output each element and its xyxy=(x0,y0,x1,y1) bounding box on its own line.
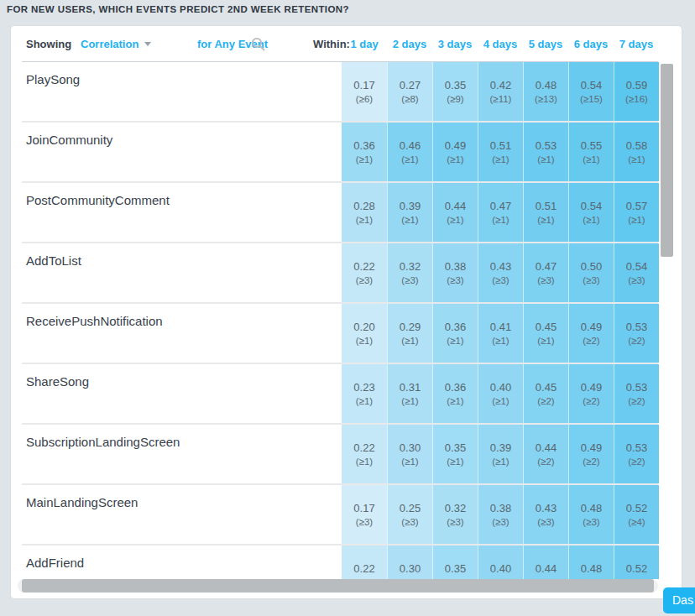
cell-threshold: (≥1) xyxy=(492,334,509,347)
metric-dropdown[interactable]: Correlation xyxy=(81,26,151,61)
cell-value: 0.27 xyxy=(400,78,421,92)
correlation-cell[interactable]: 0.45(≥1) xyxy=(523,304,568,363)
correlation-cell[interactable]: 0.36(≥1) xyxy=(432,304,478,363)
correlation-cell[interactable]: 0.43(≥3) xyxy=(478,243,523,302)
column-header-2-day[interactable]: 2 days xyxy=(387,26,432,61)
correlation-cell[interactable]: 0.54(≥15) xyxy=(568,62,614,121)
correlation-cell[interactable]: 0.39(≥1) xyxy=(478,425,523,483)
correlation-cell[interactable]: 0.17(≥6) xyxy=(342,62,387,121)
correlation-cell[interactable]: 0.27(≥8) xyxy=(387,62,432,121)
correlation-cell[interactable]: 0.53(≥2) xyxy=(614,304,659,363)
correlation-cell[interactable]: 0.48 xyxy=(568,546,614,579)
horizontal-scrollbar-thumb[interactable] xyxy=(22,579,654,593)
correlation-cell[interactable]: 0.17(≥3) xyxy=(342,485,387,544)
cell-value: 0.53 xyxy=(626,441,647,455)
correlation-cell[interactable]: 0.43(≥3) xyxy=(523,485,568,544)
correlation-cell[interactable]: 0.39(≥1) xyxy=(387,183,432,242)
correlation-cell[interactable]: 0.44 xyxy=(523,546,568,579)
correlation-cell[interactable]: 0.22(≥1) xyxy=(342,425,387,483)
cell-threshold: (≥3) xyxy=(401,274,418,287)
correlation-cell[interactable]: 0.42(≥11) xyxy=(478,62,523,121)
correlation-cell[interactable]: 0.23(≥1) xyxy=(342,364,387,423)
correlation-cell[interactable]: 0.53(≥2) xyxy=(614,364,659,423)
correlation-cell[interactable]: 0.53(≥1) xyxy=(523,123,568,181)
cell-value: 0.22 xyxy=(353,561,374,576)
correlation-cell[interactable]: 0.30 xyxy=(387,546,432,579)
correlation-cell[interactable]: 0.49(≥1) xyxy=(432,123,478,181)
cell-threshold: (≥1) xyxy=(356,455,373,468)
correlation-cell[interactable]: 0.44(≥1) xyxy=(432,183,478,242)
cell-threshold: (≥9) xyxy=(447,92,463,106)
cell-value: 0.52 xyxy=(626,561,647,576)
correlation-cell[interactable]: 0.59(≥16) xyxy=(614,62,659,121)
correlation-cell[interactable]: 0.38(≥3) xyxy=(432,243,478,302)
column-header-6-day[interactable]: 6 days xyxy=(568,26,614,61)
correlation-cell[interactable]: 0.57(≥1) xyxy=(614,183,659,242)
column-header-5-day[interactable]: 5 days xyxy=(523,26,568,61)
correlation-cell[interactable]: 0.31(≥1) xyxy=(387,364,432,423)
cell-value: 0.28 xyxy=(353,199,374,213)
column-header-4-day[interactable]: 4 days xyxy=(478,26,523,61)
cell-value: 0.53 xyxy=(536,138,557,153)
correlation-cell[interactable]: 0.54(≥3) xyxy=(614,243,659,302)
dashboard-button[interactable]: Das xyxy=(663,587,695,613)
correlation-cell[interactable]: 0.28(≥1) xyxy=(342,183,387,242)
correlation-cell[interactable]: 0.55(≥1) xyxy=(568,123,614,181)
cell-value: 0.54 xyxy=(581,199,602,213)
correlation-cell[interactable]: 0.52 xyxy=(614,546,659,579)
correlation-cell[interactable]: 0.25(≥3) xyxy=(387,485,432,544)
correlation-cell[interactable]: 0.38(≥3) xyxy=(478,485,523,544)
correlation-cell[interactable]: 0.30(≥1) xyxy=(387,425,432,483)
cell-value: 0.49 xyxy=(581,441,602,455)
correlation-cell[interactable]: 0.35(≥9) xyxy=(432,62,478,121)
correlation-cell[interactable]: 0.36(≥1) xyxy=(432,364,478,423)
correlation-cell[interactable]: 0.40 xyxy=(478,546,523,579)
correlation-cell[interactable]: 0.47(≥1) xyxy=(478,183,523,242)
column-header-7-day[interactable]: 7 days xyxy=(614,26,659,61)
correlation-cell[interactable]: 0.51(≥1) xyxy=(478,123,523,181)
cell-threshold: (≥1) xyxy=(492,213,509,227)
correlation-cell[interactable]: 0.35 xyxy=(432,546,478,579)
cell-threshold: (≥3) xyxy=(401,515,418,529)
correlation-cell[interactable]: 0.48(≥13) xyxy=(523,62,568,121)
correlation-cell[interactable]: 0.51(≥1) xyxy=(523,183,568,242)
search-icon[interactable] xyxy=(251,26,265,61)
cell-value: 0.47 xyxy=(490,199,511,213)
horizontal-scrollbar[interactable] xyxy=(18,579,658,593)
correlation-cell[interactable]: 0.36(≥1) xyxy=(342,123,387,181)
correlation-cell[interactable]: 0.32(≥3) xyxy=(387,243,432,302)
event-name: SubscriptionLandingScreen xyxy=(26,435,180,449)
correlation-cell[interactable]: 0.22(≥3) xyxy=(342,243,387,302)
correlation-cell[interactable]: 0.35(≥1) xyxy=(432,425,478,483)
cell-threshold: (≥8) xyxy=(401,92,418,106)
cell-value: 0.52 xyxy=(626,501,647,515)
correlation-cell[interactable]: 0.45(≥2) xyxy=(523,364,568,423)
correlation-cell[interactable]: 0.54(≥1) xyxy=(568,183,614,242)
column-header-3-day[interactable]: 3 days xyxy=(432,26,478,61)
correlation-cell[interactable]: 0.20(≥1) xyxy=(342,304,387,363)
cell-value: 0.49 xyxy=(581,320,602,334)
cell-threshold: (≥11) xyxy=(490,92,512,106)
correlation-cell[interactable]: 0.40(≥1) xyxy=(478,364,523,423)
vertical-scrollbar-thumb[interactable] xyxy=(661,64,673,257)
correlation-cell[interactable]: 0.50(≥3) xyxy=(568,243,614,302)
correlation-cell[interactable]: 0.32(≥3) xyxy=(432,485,478,544)
correlation-cell[interactable]: 0.22 xyxy=(342,546,387,579)
correlation-cell[interactable]: 0.29(≥1) xyxy=(387,304,432,363)
correlation-cell[interactable]: 0.47(≥3) xyxy=(523,243,568,302)
cell-value: 0.38 xyxy=(445,259,466,274)
correlation-cell[interactable]: 0.52(≥4) xyxy=(614,485,659,544)
column-header-1-day[interactable]: 1 day xyxy=(342,26,387,61)
cell-threshold: (≥1) xyxy=(401,213,418,227)
correlation-cell[interactable]: 0.49(≥2) xyxy=(568,425,614,483)
correlation-cell[interactable]: 0.53(≥2) xyxy=(614,425,659,483)
correlation-cell[interactable]: 0.44(≥2) xyxy=(523,425,568,483)
correlation-cell[interactable]: 0.58(≥1) xyxy=(614,123,659,181)
correlation-cell[interactable]: 0.46(≥1) xyxy=(387,123,432,181)
cell-threshold: (≥3) xyxy=(447,274,463,287)
correlation-cell[interactable]: 0.48(≥3) xyxy=(568,485,614,544)
correlation-cell[interactable]: 0.49(≥2) xyxy=(568,304,614,363)
correlation-cell[interactable]: 0.49(≥2) xyxy=(568,364,614,423)
correlation-cell[interactable]: 0.41(≥1) xyxy=(478,304,523,363)
cell-value: 0.59 xyxy=(626,78,647,92)
